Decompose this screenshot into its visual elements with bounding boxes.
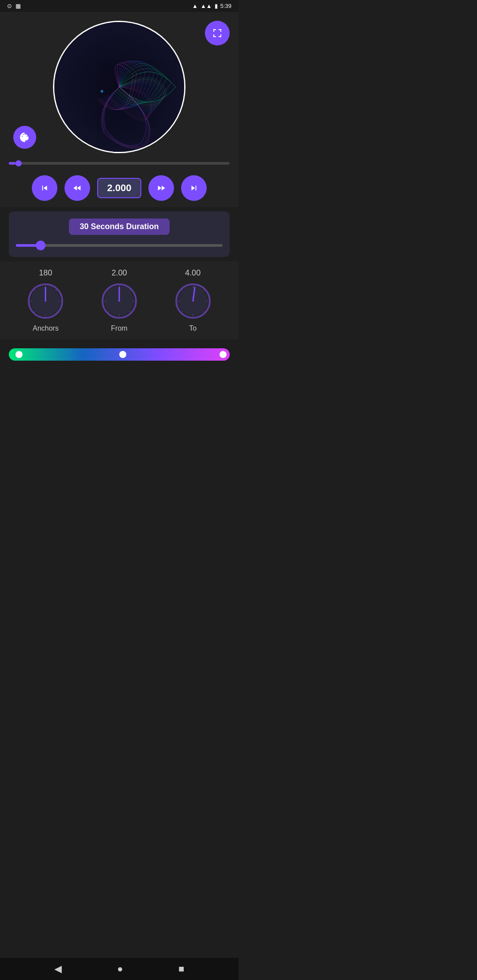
fullscreen-button[interactable] xyxy=(205,21,230,45)
anchors-knob-group: 180 Anchors xyxy=(12,268,79,332)
duration-track xyxy=(16,244,223,247)
skip-next-icon xyxy=(189,183,199,193)
anchors-value: 180 xyxy=(39,268,52,278)
anchors-knob[interactable] xyxy=(26,281,65,321)
progress-bar[interactable] xyxy=(9,162,230,165)
duration-badge: 30 Seconds Duration xyxy=(69,219,169,235)
from-knob-group: 2.00 From xyxy=(86,268,152,332)
gradient-dot-center xyxy=(119,351,126,358)
gradient-dot-right xyxy=(220,351,227,358)
status-icons-left: ⊙ ▦ xyxy=(7,3,21,9)
status-bar: ⊙ ▦ ▲ ▲▲ ▮ 5:39 xyxy=(0,0,238,12)
wifi-icon: ▲ xyxy=(192,3,198,9)
canvas-area xyxy=(0,12,238,158)
svg-point-1 xyxy=(101,90,103,93)
skip-prev-button[interactable] xyxy=(32,175,57,201)
progress-thumb xyxy=(15,160,22,166)
gradient-dot-left xyxy=(15,351,23,358)
fast-forward-icon xyxy=(156,183,166,193)
signal-icon: ▲▲ xyxy=(201,3,212,9)
palette-button[interactable] xyxy=(13,126,36,149)
time-display: 5:39 xyxy=(220,3,231,9)
battery-icon: ▮ xyxy=(215,3,218,9)
to-knob-group: 4.00 To xyxy=(160,268,226,332)
color-gradient-bar[interactable] xyxy=(9,348,230,361)
anchors-label: Anchors xyxy=(33,324,59,332)
progress-section xyxy=(0,158,238,169)
duration-label-container: 30 Seconds Duration xyxy=(16,219,223,235)
fullscreen-icon xyxy=(212,28,223,38)
palette-icon xyxy=(19,132,30,143)
knobs-section: 180 Anchors 2.00 xyxy=(0,261,238,339)
rewind-button[interactable] xyxy=(64,175,90,201)
camera-icon: ⊙ xyxy=(7,3,12,9)
from-knob[interactable] xyxy=(99,281,139,321)
to-knob[interactable] xyxy=(173,281,213,321)
sim-icon: ▦ xyxy=(15,3,21,9)
progress-fill xyxy=(9,162,15,165)
controls-section: 2.000 xyxy=(0,169,238,207)
to-label: To xyxy=(189,324,197,332)
skip-prev-icon xyxy=(40,183,49,193)
duration-section: 30 Seconds Duration xyxy=(9,211,230,257)
from-label: From xyxy=(111,324,127,332)
to-value: 4.00 xyxy=(185,268,201,278)
speed-display: 2.000 xyxy=(97,178,141,198)
duration-thumb xyxy=(36,241,45,250)
duration-slider[interactable] xyxy=(16,241,223,250)
fast-forward-button[interactable] xyxy=(148,175,174,201)
spiral-canvas xyxy=(53,21,186,153)
from-value: 2.00 xyxy=(111,268,127,278)
rewind-icon xyxy=(72,183,82,193)
status-icons-right: ▲ ▲▲ ▮ 5:39 xyxy=(192,3,231,9)
skip-next-button[interactable] xyxy=(181,175,207,201)
